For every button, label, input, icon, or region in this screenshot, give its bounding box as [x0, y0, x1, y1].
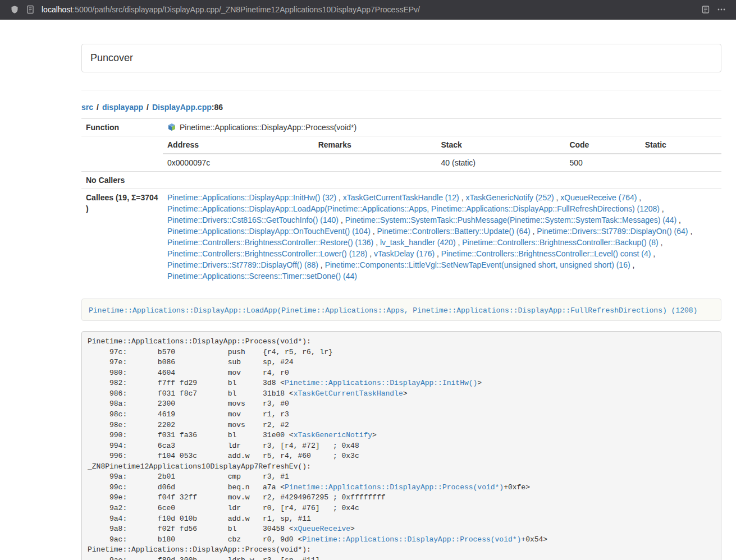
stats-row: Address Remarks Stack Code Static 0x0000…	[81, 136, 721, 172]
page-info-icon[interactable]	[22, 2, 38, 17]
shield-icon[interactable]	[7, 2, 22, 17]
function-name: Pinetime::Applications::DisplayApp::Proc…	[180, 123, 356, 132]
no-callers-label: No Callers	[81, 172, 163, 189]
callees-list: Pinetime::Applications::DisplayApp::Init…	[163, 189, 721, 285]
callee-link[interactable]: xTaskGetCurrentTaskHandle (12)	[343, 193, 459, 202]
url-path: :5000/path/src/displayapp/DisplayApp.cpp…	[72, 5, 420, 14]
asm-line: Pinetime::Applications::DisplayApp::Proc…	[88, 545, 715, 556]
callee-link[interactable]: vTaskDelay (176)	[374, 249, 435, 258]
function-details-table: Function Pinetime::Applications::Display…	[81, 118, 721, 284]
asm-line: 9ac: b180 cbz r0, 9d0 <Pinetime::Applica…	[88, 535, 715, 545]
callee-separator: ,	[630, 260, 635, 269]
asm-line: 98e: 2202 movs r2, #2	[88, 420, 715, 431]
callee-link[interactable]: Pinetime::System::SystemTask::PushMessag…	[345, 215, 677, 224]
asm-line: _ZN8Pinetime12Applications10DisplayApp7R…	[88, 462, 715, 472]
breadcrumb-separator: /	[97, 103, 99, 112]
callee-link[interactable]: lv_task_handler (420)	[380, 238, 456, 247]
symbol-link[interactable]: xQueueReceive	[294, 525, 350, 533]
disassembly-code: Pinetime::Applications::DisplayApp::Proc…	[81, 331, 721, 560]
callee-separator: ,	[435, 249, 441, 258]
remarks-value	[314, 154, 437, 171]
callee-link[interactable]: Pinetime::Applications::DisplayApp::Load…	[167, 204, 660, 213]
url-input[interactable]: localhost:5000/path/src/displayapp/Displ…	[42, 5, 698, 14]
callee-separator: ,	[339, 215, 345, 224]
asm-line: 99a: 2b01 cmp r3, #1	[88, 472, 715, 483]
callees-label: Callees (19, Σ=3704 )	[81, 189, 163, 285]
function-name-cell: Pinetime::Applications::DisplayApp::Proc…	[163, 119, 721, 136]
callee-link[interactable]: Pinetime::Drivers::Cst816S::GetTouchInfo…	[167, 215, 339, 224]
function-row: Function Pinetime::Applications::Display…	[81, 119, 721, 136]
more-options-icon[interactable]	[714, 2, 729, 17]
asm-line: Pinetime::Applications::DisplayApp::Proc…	[88, 337, 715, 347]
callee-link[interactable]: Pinetime::Applications::DisplayApp::OnTo…	[167, 227, 371, 236]
function-row-label: Function	[81, 119, 163, 136]
no-callers-row: No Callers	[81, 172, 721, 189]
address-value: 0x0000097c	[163, 154, 314, 171]
divider	[81, 90, 721, 90]
callee-link[interactable]: Pinetime::Controllers::BrightnessControl…	[441, 249, 651, 258]
callee-separator: ,	[651, 249, 655, 258]
breadcrumb-line-number: :86	[212, 103, 223, 112]
asm-line: 9ae: f89d 300b ldrb.w r3, [sp, #11]	[88, 556, 715, 560]
callee-link[interactable]: Pinetime::Controllers::BrightnessControl…	[167, 249, 367, 258]
asm-line: 9a2: 6ce0 ldr r0, [r4, #76] ; 0x4c	[88, 503, 715, 514]
breadcrumb-link-src[interactable]: src	[81, 103, 93, 112]
asm-line: 98a: 2300 movs r3, #0	[88, 399, 715, 410]
stats-table: Address Remarks Stack Code Static 0x0000…	[163, 136, 721, 171]
callee-link[interactable]: Pinetime::Applications::Screens::Timer::…	[167, 272, 357, 281]
reader-mode-icon[interactable]	[698, 2, 714, 17]
symbol-link[interactable]: Pinetime::Applications::DisplayApp::Init…	[285, 379, 477, 387]
static-value	[641, 154, 721, 171]
callee-link[interactable]: Pinetime::Applications::DisplayApp::Init…	[167, 193, 336, 202]
page-content: Puncover src/displayapp/DisplayApp.cpp:8…	[81, 20, 721, 560]
callee-separator: ,	[373, 238, 380, 247]
breadcrumb-link-file[interactable]: DisplayApp.cpp	[152, 103, 212, 112]
asm-line: 982: f7ff fd29 bl 3d8 <Pinetime::Applica…	[88, 378, 715, 389]
asm-line: 9a4: f10d 010b add.w r1, sp, #11	[88, 514, 715, 525]
breadcrumb-separator: /	[147, 103, 149, 112]
code-header: Code	[565, 136, 640, 154]
callee-link[interactable]: Pinetime::Components::LittleVgl::SetNewT…	[325, 260, 630, 269]
callee-separator: ,	[637, 193, 641, 202]
callee-separator: ,	[659, 238, 663, 247]
callee-link[interactable]: Pinetime::Controllers::Battery::Update()…	[377, 227, 531, 236]
callee-separator: ,	[676, 215, 681, 224]
address-header: Address	[163, 136, 314, 154]
callee-link[interactable]: Pinetime::Controllers::BrightnessControl…	[167, 238, 373, 247]
highlighted-callee-link[interactable]: Pinetime::Applications::DisplayApp::Load…	[89, 306, 697, 315]
asm-line: 99e: f04f 32ff mov.w r2, #4294967295 ; 0…	[88, 493, 715, 503]
remarks-header: Remarks	[314, 136, 437, 154]
callee-link[interactable]: xTaskGenericNotify (252)	[465, 193, 554, 202]
callee-link[interactable]: Pinetime::Controllers::BrightnessControl…	[462, 238, 658, 247]
asm-line: 990: f031 fa36 bl 31e00 <xTaskGenericNot…	[88, 430, 715, 441]
callee-link[interactable]: xQueueReceive (764)	[560, 193, 637, 202]
puncover-header-panel: Puncover	[81, 44, 721, 72]
highlighted-symbol-box: Pinetime::Applications::DisplayApp::Load…	[81, 299, 721, 321]
asm-line: 9a8: f02f fd56 bl 30458 <xQueueReceive>	[88, 524, 715, 535]
asm-line: 996: f104 053c add.w r5, r4, #60 ; 0x3c	[88, 451, 715, 462]
breadcrumb-link-displayapp[interactable]: displayapp	[102, 103, 143, 112]
browser-address-bar[interactable]: localhost:5000/path/src/displayapp/Displ…	[0, 0, 736, 20]
breadcrumb: src/displayapp/DisplayApp.cpp:86	[81, 102, 721, 112]
asm-line: 98c: 4619 mov r1, r3	[88, 410, 715, 420]
callee-separator: ,	[456, 238, 463, 247]
stats-header-row: Address Remarks Stack Code Static	[163, 136, 721, 154]
no-callers-cell	[163, 172, 721, 189]
callee-separator: ,	[336, 193, 343, 202]
stats-row-label	[81, 136, 163, 172]
stack-value: 40 (static)	[437, 154, 565, 171]
stack-header: Stack	[437, 136, 565, 154]
static-header: Static	[641, 136, 721, 154]
callee-separator: ,	[531, 227, 537, 236]
symbol-link[interactable]: Pinetime::Applications::DisplayApp::Proc…	[285, 483, 504, 492]
callee-separator: ,	[318, 260, 325, 269]
symbol-link[interactable]: Pinetime::Applications::DisplayApp::Proc…	[302, 535, 521, 544]
code-value: 500	[565, 154, 640, 171]
symbol-link[interactable]: xTaskGenericNotify	[294, 431, 372, 439]
callee-link[interactable]: Pinetime::Drivers::St7789::DisplayOff() …	[167, 260, 318, 269]
callee-link[interactable]: Pinetime::Drivers::St7789::DisplayOn() (…	[537, 227, 688, 236]
symbol-link[interactable]: xTaskGetCurrentTaskHandle	[294, 389, 403, 398]
page-title: Puncover	[90, 52, 712, 64]
callee-separator: ,	[554, 193, 561, 202]
asm-line: 97e: b086 sub sp, #24	[88, 357, 715, 368]
